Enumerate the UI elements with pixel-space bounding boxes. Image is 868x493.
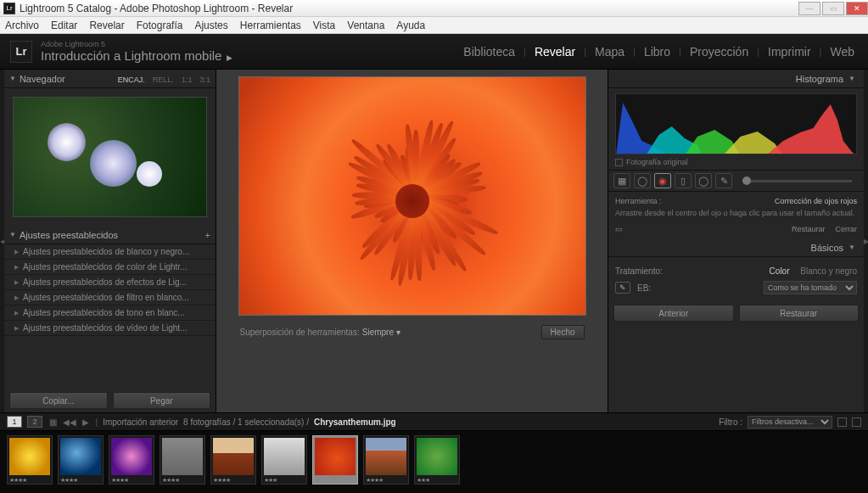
treatment-bw[interactable]: Blanco y negro bbox=[800, 266, 857, 276]
eyedropper-icon[interactable]: ✎ bbox=[615, 282, 630, 294]
menu-archivo[interactable]: Archivo bbox=[5, 20, 39, 31]
filmstrip-thumb[interactable]: ★★★★ bbox=[210, 435, 256, 485]
checkbox-icon[interactable] bbox=[615, 159, 623, 166]
chevron-down-icon: ▼ bbox=[848, 244, 855, 251]
filmstrip-thumb[interactable]: ★★★★ bbox=[160, 435, 205, 485]
module-libro[interactable]: Libro bbox=[641, 45, 674, 59]
menu-editar[interactable]: Editar bbox=[51, 20, 77, 31]
overlay-dropdown[interactable]: Siempre ▾ bbox=[362, 328, 400, 337]
menu-herramientas[interactable]: Herramientas bbox=[240, 20, 301, 31]
menu-fotografia[interactable]: Fotografía bbox=[137, 20, 183, 31]
menu-vista[interactable]: Vista bbox=[313, 20, 335, 31]
close-button[interactable]: ✕ bbox=[846, 2, 868, 15]
done-button[interactable]: Hecho bbox=[541, 325, 585, 339]
toggle-switch-icon[interactable]: ▭ bbox=[615, 225, 623, 233]
menu-ajustes[interactable]: Ajustes bbox=[194, 20, 227, 31]
presets-header[interactable]: ▼ Ajustes preestablecidos + bbox=[4, 226, 216, 244]
navigator-header[interactable]: ▼ Navegador ENCAJ. RELL. 1:1 3:1 bbox=[4, 70, 216, 88]
source-label[interactable]: Importación anterior bbox=[103, 417, 178, 427]
main-photo[interactable] bbox=[238, 76, 586, 316]
preset-folder[interactable]: ▶Ajustes preestablecidos de color de Lig… bbox=[4, 260, 216, 275]
menu-ayuda[interactable]: Ayuda bbox=[396, 20, 425, 31]
basics-header[interactable]: Básicos ▼ bbox=[608, 238, 864, 257]
rating-stars[interactable]: ★★★ bbox=[415, 477, 459, 484]
histogram-title: Histograma bbox=[796, 74, 843, 84]
rating-stars[interactable]: ★★★★ bbox=[364, 477, 408, 484]
rating-stars[interactable]: ★★★ bbox=[262, 477, 306, 484]
filter-dropdown[interactable]: Filtros desactiva... bbox=[748, 416, 832, 429]
product-label: Adobe Lightroom 5 bbox=[41, 40, 460, 48]
module-imprimir[interactable]: Imprimir bbox=[764, 45, 815, 59]
module-biblioteca[interactable]: Biblioteca bbox=[460, 45, 518, 59]
module-revelar[interactable]: Revelar bbox=[531, 45, 579, 59]
restore-button[interactable]: Restaurar bbox=[792, 225, 826, 233]
wb-dropdown[interactable]: Como se ha tomado bbox=[764, 281, 857, 294]
gradient-tool[interactable]: ▯ bbox=[675, 173, 692, 188]
menu-revelar[interactable]: Revelar bbox=[89, 20, 124, 31]
spot-tool[interactable]: ◯ bbox=[634, 173, 651, 188]
maximize-button[interactable]: ▭ bbox=[822, 2, 844, 15]
menubar: Archivo Editar Revelar Fotografía Ajuste… bbox=[0, 17, 868, 34]
rating-stars[interactable]: ★★★★ bbox=[59, 477, 103, 484]
filmstrip-thumb[interactable]: ★★★★ bbox=[109, 435, 154, 485]
preset-folder[interactable]: ▶Ajustes preestablecidos de blanco y neg… bbox=[4, 244, 216, 260]
crop-tool[interactable]: ▦ bbox=[613, 173, 630, 188]
identity-plate-bar: Lr Adobe Lightroom 5 Introducción a Ligh… bbox=[0, 34, 868, 70]
rating-stars[interactable]: ★★★★ bbox=[8, 477, 52, 484]
nav-mode-fill[interactable]: RELL. bbox=[153, 76, 174, 84]
lr-logo: Lr bbox=[10, 41, 32, 63]
window-2-button[interactable]: 2 bbox=[27, 416, 42, 428]
restore-button[interactable]: Restaurar bbox=[739, 305, 860, 322]
module-mapa[interactable]: Mapa bbox=[591, 45, 628, 59]
center-toolbar: Superposición de herramientas: Siempre ▾… bbox=[238, 321, 586, 343]
window-1-button[interactable]: 1 bbox=[7, 416, 22, 428]
presets-title: Ajustes preestablecidos bbox=[20, 230, 205, 240]
filmstrip: ★★★★★★★★★★★★★★★★★★★★★★★★★★★★★★★★★★★ bbox=[0, 431, 868, 493]
rating-stars[interactable]: ★★★★ bbox=[211, 477, 255, 484]
filter-lock-icon[interactable] bbox=[837, 417, 847, 427]
back-icon[interactable]: ◀◀ bbox=[63, 417, 76, 427]
redeye-tool[interactable]: ◉ bbox=[654, 173, 671, 188]
rating-stars[interactable]: ★★★★ bbox=[160, 477, 204, 484]
chevron-right-icon: ▶ bbox=[227, 53, 232, 62]
tool-strip: ▦ ◯ ◉ ▯ ◯ ✎ bbox=[608, 170, 864, 192]
grid-icon[interactable]: ▦ bbox=[49, 417, 57, 427]
close-tool-button[interactable]: Cerrar bbox=[835, 225, 857, 233]
rating-stars[interactable]: ★★★★ bbox=[109, 477, 154, 484]
filmstrip-thumb[interactable]: ★★★★★ bbox=[312, 435, 358, 485]
forward-icon[interactable]: ▶ bbox=[82, 417, 89, 427]
histogram-display[interactable] bbox=[615, 93, 857, 154]
radial-tool[interactable]: ◯ bbox=[695, 173, 712, 188]
preset-folder[interactable]: ▶Ajustes preestablecidos de filtro en bl… bbox=[4, 290, 216, 305]
previous-button[interactable]: Anterior bbox=[613, 305, 734, 322]
menu-ventana[interactable]: Ventana bbox=[347, 20, 384, 31]
nav-mode-fit[interactable]: ENCAJ. bbox=[118, 76, 145, 84]
paste-button[interactable]: Pegar bbox=[113, 392, 211, 409]
tool-size-slider[interactable] bbox=[742, 180, 852, 182]
filter-toggle-icon[interactable] bbox=[852, 417, 861, 427]
minimize-button[interactable]: — bbox=[798, 2, 820, 15]
preset-folder[interactable]: ▶Ajustes preestablecidos de vídeo de Lig… bbox=[4, 321, 216, 336]
original-photo-toggle[interactable]: Fotografía original bbox=[615, 158, 857, 166]
rating-stars[interactable]: ★★★★★ bbox=[313, 477, 357, 484]
filmstrip-thumb[interactable]: ★★★★ bbox=[363, 435, 409, 485]
nav-mode-3to1[interactable]: 3:1 bbox=[199, 76, 210, 84]
right-edge-collapse[interactable]: ▶ bbox=[864, 70, 868, 412]
preset-folder[interactable]: ▶Ajustes preestablecidos de tono en blan… bbox=[4, 305, 216, 321]
module-proyeccion[interactable]: Proyección bbox=[686, 45, 752, 59]
filmstrip-thumb[interactable]: ★★★ bbox=[414, 435, 460, 485]
preset-folder[interactable]: ▶Ajustes preestablecidos de efectos de L… bbox=[4, 275, 216, 290]
filmstrip-thumb[interactable]: ★★★ bbox=[261, 435, 307, 485]
brush-tool[interactable]: ✎ bbox=[715, 173, 732, 188]
filmstrip-thumb[interactable]: ★★★★ bbox=[58, 435, 104, 485]
copy-button[interactable]: Copiar... bbox=[9, 392, 108, 409]
histogram-header[interactable]: Histograma ▼ bbox=[608, 70, 864, 88]
center-canvas: Superposición de herramientas: Siempre ▾… bbox=[216, 70, 608, 412]
breadcrumb[interactable]: Introducción a Lightroom mobile▶ bbox=[41, 48, 460, 63]
navigator-preview[interactable] bbox=[4, 88, 216, 226]
nav-mode-1to1[interactable]: 1:1 bbox=[182, 76, 193, 84]
module-web[interactable]: Web bbox=[826, 45, 858, 59]
filmstrip-thumb[interactable]: ★★★★ bbox=[7, 435, 53, 485]
add-preset-button[interactable]: + bbox=[205, 230, 210, 240]
treatment-color[interactable]: Color bbox=[770, 266, 790, 276]
